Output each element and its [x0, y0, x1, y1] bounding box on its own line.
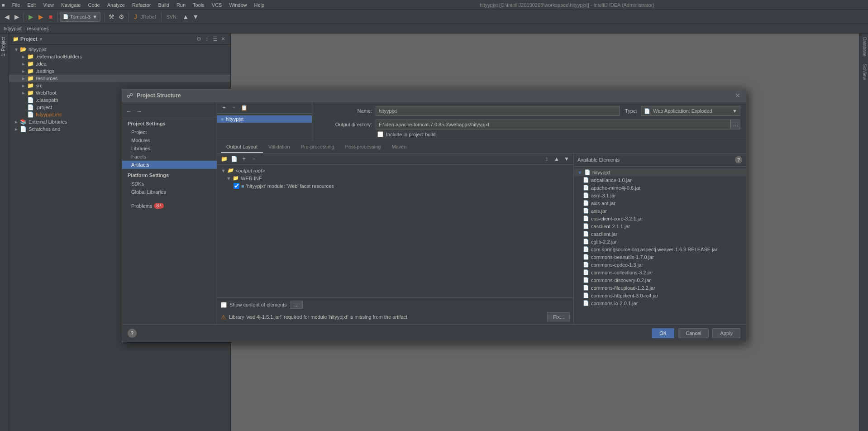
av-item-7[interactable]: 📄 casclient.jar: [574, 230, 746, 238]
output-up-btn[interactable]: ▲: [553, 155, 561, 163]
build-btn[interactable]: ⚒: [106, 12, 116, 22]
output-down-btn[interactable]: ▼: [563, 155, 571, 163]
breadcrumb-resources[interactable]: resources: [27, 26, 48, 31]
av-item-10[interactable]: 📄 commons-beanutils-1.7.0.jar: [574, 253, 746, 261]
right-tab-sciview[interactable]: SciView: [859, 60, 868, 83]
nav-item-artifacts[interactable]: Artifacts: [122, 161, 217, 169]
menu-edit[interactable]: Edit: [24, 1, 39, 9]
menu-build[interactable]: Build: [154, 1, 172, 9]
right-tab-database[interactable]: Database: [859, 34, 868, 60]
output-sort-btn[interactable]: ↕: [543, 155, 551, 163]
nav-item-problems[interactable]: Problems 87: [122, 201, 217, 210]
av-item-12[interactable]: 📄 commons-collections-3.2.jar: [574, 268, 746, 276]
copy-artifact-btn[interactable]: 📋: [240, 104, 248, 112]
tree-item-idea[interactable]: ► 📁 .idea: [9, 60, 230, 67]
debug-btn[interactable]: ▶: [36, 12, 46, 22]
jrebel-btn[interactable]: J: [130, 12, 140, 22]
apply-btn[interactable]: Apply: [712, 328, 740, 338]
av-item-5[interactable]: 📄 cas-client-core-3.2.1.jar: [574, 215, 746, 222]
menu-view[interactable]: View: [39, 1, 57, 9]
ok-btn[interactable]: OK: [652, 328, 674, 338]
settings-btn[interactable]: ⚙: [116, 12, 126, 22]
menu-vcs[interactable]: VCS: [208, 1, 226, 9]
svn-commit-btn[interactable]: ▲: [181, 12, 191, 22]
cancel-btn[interactable]: Cancel: [678, 328, 709, 338]
artifact-list-item-hityypjxt[interactable]: ■ hityypjxt: [217, 115, 312, 123]
menu-help[interactable]: Help: [251, 1, 268, 9]
av-item-4[interactable]: 📄 axis.jar: [574, 207, 746, 215]
tab-output-layout[interactable]: Output Layout: [221, 141, 263, 153]
tab-validation[interactable]: Validation: [263, 141, 296, 153]
nav-item-sdks[interactable]: SDKs: [122, 180, 217, 188]
tab-maven[interactable]: Maven: [386, 141, 412, 153]
tree-item-external[interactable]: ► 📁 .externalToolBuilders: [9, 53, 230, 60]
sort-btn[interactable]: ↕: [203, 35, 210, 43]
av-item-11[interactable]: 📄 commons-codec-1.3.jar: [574, 261, 746, 268]
svn-update-btn[interactable]: ▼: [191, 12, 200, 22]
type-dropdown[interactable]: 📄 Web Application: Exploded ▼: [641, 106, 740, 116]
av-item-9[interactable]: 📄 com.springsource.org.aspectj.weaver-1.…: [574, 245, 746, 253]
output-add-btn[interactable]: +: [240, 155, 248, 163]
name-input[interactable]: [376, 106, 620, 116]
show-content-checkbox[interactable]: [221, 302, 227, 308]
av-item-0[interactable]: 📄 aopalliance-1.0.jar: [574, 176, 746, 184]
help-btn[interactable]: ?: [128, 329, 137, 338]
av-item-16[interactable]: 📄 commons-io-2.0.1.jar: [574, 299, 746, 307]
remove-artifact-btn[interactable]: −: [230, 104, 238, 112]
fix-btn[interactable]: Fix...: [547, 312, 570, 321]
nav-forward-btn[interactable]: →: [136, 108, 142, 115]
output-remove-btn[interactable]: −: [250, 155, 258, 163]
output-dir-browse-btn[interactable]: …: [730, 120, 740, 129]
tree-item-resources[interactable]: ► 📁 resources: [9, 75, 230, 82]
tab-postprocessing[interactable]: Post-processing: [340, 141, 386, 153]
tree-root[interactable]: ▼ 📂 hityypjxt: [9, 46, 230, 53]
nav-item-project[interactable]: Project: [122, 128, 217, 136]
output-root-item[interactable]: ▼ 📁 <output root>: [217, 167, 573, 174]
settings2-btn[interactable]: ☰: [211, 35, 219, 43]
av-item-3[interactable]: 📄 axis-ant.jar: [574, 199, 746, 207]
nav-item-facets[interactable]: Facets: [122, 153, 217, 161]
av-item-1[interactable]: 📄 apache-mime4j-0.6.jar: [574, 184, 746, 192]
menu-run[interactable]: Run: [173, 1, 189, 9]
av-item-13[interactable]: 📄 commons-discovery-0.2.jar: [574, 276, 746, 284]
output-module-checkbox[interactable]: [234, 183, 239, 189]
tree-item-settings[interactable]: ► 📁 .settings: [9, 67, 230, 75]
menu-refactor[interactable]: Refactor: [129, 1, 155, 9]
av-item-2[interactable]: 📄 asm-3.1.jar: [574, 192, 746, 199]
menu-analyze[interactable]: Analyze: [104, 1, 129, 9]
back-btn[interactable]: ◀: [2, 12, 12, 22]
output-webinf-item[interactable]: ▼ 📁 WEB-INF: [217, 174, 573, 182]
cog-btn[interactable]: ⚙: [195, 35, 202, 43]
output-dir-input[interactable]: [376, 120, 730, 129]
tree-item-src[interactable]: ► 📁 src: [9, 82, 230, 89]
av-item-8[interactable]: 📄 cglib-2.2.jar: [574, 238, 746, 245]
run-btn[interactable]: ▶: [26, 12, 36, 22]
av-item-15[interactable]: 📄 commons-httpclient-3.0-rc4.jar: [574, 292, 746, 299]
tab-preprocessing[interactable]: Pre-processing: [296, 141, 340, 153]
forward-btn[interactable]: ▶: [12, 12, 22, 22]
menu-file[interactable]: File: [9, 1, 24, 9]
tomcat-dropdown[interactable]: 📄 Tomcat-3 ▼: [60, 12, 100, 22]
menu-window[interactable]: Window: [225, 1, 250, 9]
output-extract-btn[interactable]: 📄: [230, 155, 238, 163]
nav-item-global-libraries[interactable]: Global Libraries: [122, 188, 217, 196]
av-item-6[interactable]: 📄 casclient-2.1.1.jar: [574, 222, 746, 230]
include-in-build-checkbox[interactable]: [377, 131, 383, 137]
dialog-close-btn[interactable]: ✕: [734, 92, 741, 99]
left-tab-project[interactable]: 1: Project: [0, 34, 9, 60]
output-folder-btn[interactable]: 📁: [220, 155, 228, 163]
close-panel-btn[interactable]: ✕: [219, 35, 227, 43]
nav-item-modules[interactable]: Modules: [122, 136, 217, 144]
menu-navigate[interactable]: Navigate: [57, 1, 84, 9]
add-artifact-btn[interactable]: +: [220, 104, 228, 112]
nav-item-libraries[interactable]: Libraries: [122, 144, 217, 153]
output-module-item[interactable]: ■ 'hityypjxt' module: 'Web' facet resour…: [217, 182, 573, 190]
nav-back-btn[interactable]: ←: [126, 108, 132, 115]
available-help-btn[interactable]: ?: [735, 156, 742, 163]
menu-tools[interactable]: Tools: [189, 1, 208, 9]
av-item-14[interactable]: 📄 commons-fileupload-1.2.2.jar: [574, 284, 746, 292]
menu-code[interactable]: Code: [84, 1, 103, 9]
breadcrumb-project[interactable]: hityypjxt: [4, 26, 22, 31]
more-btn[interactable]: ...: [291, 301, 303, 309]
stop-btn[interactable]: ■: [46, 12, 56, 22]
